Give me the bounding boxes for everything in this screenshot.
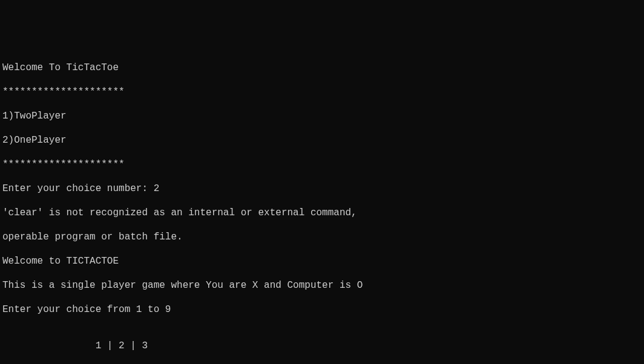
choice-prompt-line: Enter your choice number: 2 [2, 183, 642, 195]
terminal-output[interactable]: Welcome To TicTacToe *******************… [2, 50, 642, 364]
welcome-title: Welcome To TicTacToe [2, 62, 642, 74]
game-description: This is a single player game where You a… [2, 279, 642, 291]
guide-board-row-1: 1 | 2 | 3 [2, 340, 642, 352]
menu-option-2: 2)OnePlayer [2, 134, 642, 146]
error-line-2: operable program or batch file. [2, 231, 642, 243]
error-line-1: 'clear' is not recognized as an internal… [2, 207, 642, 219]
separator-line: ********************* [2, 86, 642, 98]
separator-line: ********************* [2, 158, 642, 171]
game-welcome: Welcome to TICTACTOE [2, 255, 642, 267]
menu-option-1: 1)TwoPlayer [2, 110, 642, 122]
game-instruction: Enter your choice from 1 to 9 [2, 304, 642, 316]
